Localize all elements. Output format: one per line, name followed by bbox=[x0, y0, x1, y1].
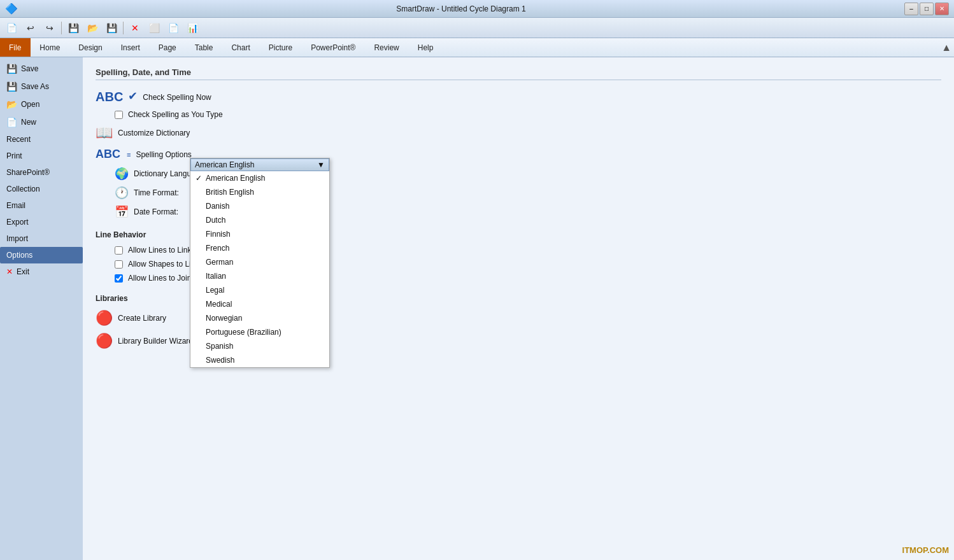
sidebar-item-email[interactable]: Email bbox=[0, 197, 83, 214]
sidebar-item-print[interactable]: Print bbox=[0, 148, 83, 164]
ribbon-collapse-button[interactable]: ▲ bbox=[941, 42, 954, 53]
sidebar-item-label: Save As bbox=[21, 82, 49, 91]
close-button[interactable]: ✕ bbox=[935, 3, 949, 15]
redo-button[interactable]: ↪ bbox=[41, 20, 59, 36]
tab-chart[interactable]: Chart bbox=[222, 38, 259, 57]
tab-picture[interactable]: Picture bbox=[260, 38, 302, 57]
title-bar: 🔷 SmartDraw - Untitled Cycle Diagram 1 –… bbox=[0, 0, 954, 18]
sidebar-item-export[interactable]: Export bbox=[0, 214, 83, 230]
dropdown-header-arrow: ▼ bbox=[317, 160, 325, 169]
time-icon: 🕐 bbox=[115, 186, 129, 200]
sidebar-item-exit[interactable]: ✕ Exit bbox=[0, 263, 83, 280]
tab-table[interactable]: Table bbox=[186, 38, 223, 57]
maximize-button[interactable]: □ bbox=[920, 3, 934, 15]
sidebar-item-save-as[interactable]: 💾 Save As bbox=[0, 78, 83, 95]
tab-home[interactable]: Home bbox=[31, 38, 69, 57]
create-library-label[interactable]: Create Library bbox=[118, 314, 166, 323]
spelling-options-label[interactable]: Spelling Options bbox=[136, 150, 191, 159]
tab-help[interactable]: Help bbox=[409, 38, 443, 57]
open-toolbar-button[interactable]: 📂 bbox=[83, 20, 101, 36]
customize-dictionary-label[interactable]: Customize Dictionary bbox=[118, 129, 190, 137]
exit-icon: ✕ bbox=[6, 267, 13, 276]
check-spelling-now-row: ABC ✔ Check Spelling Now bbox=[96, 87, 941, 108]
allow-shapes-link-checkbox[interactable] bbox=[115, 260, 123, 269]
sidebar-item-label: Import bbox=[6, 234, 28, 243]
dropdown-option-american-english[interactable]: American English bbox=[190, 171, 329, 185]
sidebar-item-label: Recent bbox=[6, 135, 31, 144]
customize-dictionary-row: 📖 Customize Dictionary bbox=[96, 122, 941, 144]
sidebar-item-label: Export bbox=[6, 218, 29, 227]
dictionary-icon: 📖 bbox=[96, 125, 113, 141]
save-icon: 💾 bbox=[6, 64, 17, 74]
library-builder-label[interactable]: Library Builder Wizard bbox=[118, 337, 193, 346]
save-as-icon: 💾 bbox=[6, 81, 17, 92]
tab-review[interactable]: Review bbox=[365, 38, 408, 57]
chart-toolbar-button[interactable]: 📊 bbox=[183, 20, 201, 36]
sidebar-item-recent[interactable]: Recent bbox=[0, 131, 83, 148]
dropdown-option-dutch[interactable]: Dutch bbox=[190, 213, 329, 227]
tab-insert[interactable]: Insert bbox=[112, 38, 150, 57]
box-toolbar-button[interactable]: ⬜ bbox=[145, 20, 163, 36]
sidebar-item-label: Print bbox=[6, 151, 22, 160]
sidebar-item-label: Save bbox=[21, 64, 38, 73]
ribbon: File Home Design Insert Page Table Chart… bbox=[0, 38, 954, 57]
title-text: SmartDraw - Untitled Cycle Diagram 1 bbox=[18, 4, 904, 13]
tab-powerpoint[interactable]: PowerPoint® bbox=[302, 38, 365, 57]
tab-page[interactable]: Page bbox=[150, 38, 186, 57]
dropdown-option-swedish[interactable]: Swedish bbox=[190, 353, 329, 367]
sidebar-item-label: SharePoint® bbox=[6, 168, 50, 177]
check-spelling-now-label[interactable]: Check Spelling Now bbox=[143, 93, 211, 102]
sidebar-item-label: Email bbox=[6, 201, 25, 210]
sidebar-item-open[interactable]: 📂 Open bbox=[0, 95, 83, 113]
sidebar-item-collection[interactable]: Collection bbox=[0, 181, 83, 197]
dropdown-option-medical[interactable]: Medical bbox=[190, 297, 329, 311]
sidebar-item-save[interactable]: 💾 Save bbox=[0, 60, 83, 78]
allow-lines-join-label: Allow Lines to Join bbox=[128, 274, 191, 283]
title-bar-controls[interactable]: – □ ✕ bbox=[904, 3, 949, 15]
save-toolbar-button[interactable]: 💾 bbox=[64, 20, 82, 36]
watermark: ITMOP.COM bbox=[902, 545, 949, 555]
check-spelling-type-label: Check Spelling as You Type bbox=[128, 110, 223, 119]
check-spelling-type-checkbox[interactable] bbox=[115, 111, 123, 119]
abc-spell-icon: ABC bbox=[96, 90, 123, 104]
date-icon: 📅 bbox=[115, 205, 129, 219]
sidebar-item-options[interactable]: Options bbox=[0, 247, 83, 263]
sidebar-item-import[interactable]: Import bbox=[0, 230, 83, 247]
dropdown-option-finnish[interactable]: Finnish bbox=[190, 227, 329, 241]
spelling-section-title: Spelling, Date, and Time bbox=[96, 67, 941, 80]
undo-button[interactable]: ↩ bbox=[22, 20, 39, 36]
dropdown-option-french[interactable]: French bbox=[190, 241, 329, 255]
toolbar-separator-2 bbox=[123, 22, 124, 34]
save2-toolbar-button[interactable]: 💾 bbox=[103, 20, 120, 36]
create-library-icon: 🔴 bbox=[96, 310, 113, 326]
app-icon: 🔷 bbox=[5, 3, 18, 15]
dropdown-popup-header[interactable]: American English ▼ bbox=[190, 158, 329, 171]
dropdown-option-portuguese[interactable]: Portuguese (Brazilian) bbox=[190, 325, 329, 339]
toolbar-icon-btn[interactable]: 📄 bbox=[3, 20, 20, 36]
tab-design[interactable]: Design bbox=[69, 38, 111, 57]
toolbar-separator bbox=[61, 22, 62, 34]
dropdown-option-british-english[interactable]: British English bbox=[190, 185, 329, 199]
tab-file[interactable]: File bbox=[0, 38, 31, 57]
allow-lines-join-checkbox[interactable] bbox=[115, 274, 123, 283]
language-icon: 🌍 bbox=[115, 167, 129, 181]
allow-lines-link-checkbox[interactable] bbox=[115, 246, 123, 255]
allow-lines-link-label: Allow Lines to Link bbox=[128, 246, 191, 255]
dropdown-option-spanish[interactable]: Spanish bbox=[190, 339, 329, 353]
dropdown-option-italian[interactable]: Italian bbox=[190, 269, 329, 283]
doc-toolbar-button[interactable]: 📄 bbox=[164, 20, 182, 36]
sidebar-item-sharepoint[interactable]: SharePoint® bbox=[0, 164, 83, 181]
dropdown-option-norwegian[interactable]: Norwegian bbox=[190, 311, 329, 325]
check-spelling-type-row: Check Spelling as You Type bbox=[96, 108, 941, 122]
delete-toolbar-button[interactable]: ✕ bbox=[126, 20, 144, 36]
sidebar: 💾 Save 💾 Save As 📂 Open 📄 New Recent Pri… bbox=[0, 57, 83, 560]
dropdown-header-value: American English bbox=[195, 160, 254, 169]
checkmark-spell-icon: ✔ bbox=[128, 89, 138, 103]
sidebar-item-label: New bbox=[21, 118, 36, 127]
minimize-button[interactable]: – bbox=[904, 3, 918, 15]
dropdown-option-danish[interactable]: Danish bbox=[190, 199, 329, 213]
toolbar: 📄 ↩ ↪ 💾 📂 💾 ✕ ⬜ 📄 📊 bbox=[0, 18, 954, 38]
dropdown-option-legal[interactable]: Legal bbox=[190, 283, 329, 297]
dropdown-option-german[interactable]: German bbox=[190, 255, 329, 269]
sidebar-item-new[interactable]: 📄 New bbox=[0, 113, 83, 131]
